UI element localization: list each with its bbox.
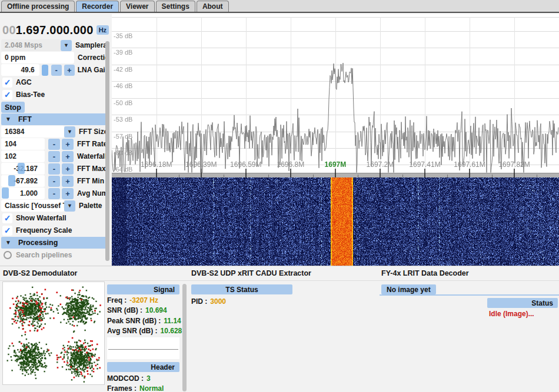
db-axis-label: -64 dB (114, 166, 132, 173)
bias-tee-checkbox[interactable]: ✓ (2, 90, 12, 100)
minus-icon: - (55, 66, 58, 75)
waterfall-display (112, 177, 559, 266)
lrit-decoder-panel-title: FY-4x LRIT Data Decoder (381, 269, 469, 277)
avg-num-input[interactable]: 1.000 (1, 187, 45, 199)
snr-history-graph (107, 337, 179, 359)
lna-gain-increment-button[interactable]: + (64, 65, 75, 76)
freq-axis-label: 1697.41M (409, 160, 440, 169)
check-icon: ✓ (4, 226, 11, 235)
fft-min-decrement-button[interactable]: - (48, 176, 60, 187)
fft-min-slider[interactable] (8, 175, 15, 186)
waterfall-rate-label: Waterfall (77, 152, 107, 160)
freq-axis-label: 1696.8M (277, 160, 304, 169)
freq-axis-label: 1696.39M (185, 160, 217, 169)
correction-input[interactable]: 0 ppm (1, 52, 74, 63)
frequency-scale-checkbox[interactable]: ✓ (2, 226, 12, 236)
avg-num-increment-button[interactable]: + (62, 188, 74, 199)
db-axis-label: -35 dB (114, 32, 132, 39)
avg-num-slider[interactable] (2, 187, 9, 199)
samplerate-select[interactable]: 2.048 Msps (1, 39, 61, 51)
avg-num-decrement-button[interactable]: - (48, 188, 60, 199)
fft-max-decrement-button[interactable]: - (48, 163, 60, 175)
fft-size-row: 16384 ▼ FFT Size (1, 126, 109, 138)
snr-value: 10.694 (145, 306, 167, 314)
lna-gain-decrement-button[interactable]: - (51, 65, 62, 76)
snr-history-line (108, 349, 178, 350)
lna-gain-input[interactable]: 49.6 (1, 64, 39, 76)
samplerate-dropdown-button[interactable]: ▼ (61, 40, 72, 51)
frequency-unit-badge[interactable]: Hz (97, 25, 109, 35)
fft-rate-decrement-button[interactable]: - (48, 139, 60, 150)
chevron-down-icon: ▼ (64, 43, 69, 48)
agc-row: ✓ AGC (1, 76, 109, 88)
waterfall-rate-input[interactable]: 102 (1, 150, 45, 162)
tab-recorder[interactable]: Recorder (76, 1, 119, 12)
minus-icon: - (53, 177, 55, 186)
frames-value: Normal (139, 384, 164, 392)
processing-section-header[interactable]: ▼ Processing (1, 237, 109, 249)
show-waterfall-checkbox[interactable]: ✓ (2, 213, 12, 223)
peak-snr-value: 11.14 (164, 317, 181, 325)
waterfall-rate-increment-button[interactable]: + (62, 151, 74, 162)
db-axis-label: -53 dB (114, 116, 132, 123)
fft-section-header[interactable]: ▼ FFT (1, 113, 109, 125)
show-waterfall-label: Show Waterfall (16, 214, 66, 222)
search-pipelines-input[interactable]: Search pipelines (1, 249, 109, 261)
tab-viewer[interactable]: Viewer (120, 1, 154, 12)
tab-about[interactable]: About (197, 1, 229, 12)
frequency-display[interactable]: 001.697.000.000 Hz (2, 22, 109, 38)
bias-tee-label: Bias-Tee (16, 91, 45, 99)
demodulator-panel-title: DVB-S2 Demodulator (3, 269, 77, 277)
pid-row: PID :3000 (191, 297, 226, 306)
check-icon: ✓ (4, 213, 11, 223)
frequency-scale-bar[interactable] (112, 173, 559, 177)
check-icon: ✓ (4, 78, 11, 87)
search-icon (4, 251, 12, 259)
fft-plot: -35 dB-39 dB-42 dB-46 dB-50 dB-53 dB-57 … (112, 14, 559, 173)
avg-num-label: Avg Num (77, 189, 108, 197)
freq-axis-label: 1697.2M (367, 160, 394, 169)
frequency-scale-label: Frequency Scale (16, 226, 72, 234)
check-icon: ✓ (4, 90, 11, 99)
palette-dropdown-button[interactable]: ▼ (64, 200, 75, 212)
freq-row: Freq :-3207 Hz (107, 296, 158, 304)
frequency-prefix: 00 (2, 24, 16, 37)
plus-icon: + (67, 66, 72, 75)
header-section-header: Header (107, 362, 179, 372)
freq-axis-label: 1696.18M (141, 160, 172, 169)
fft-max-increment-button[interactable]: + (62, 163, 74, 175)
lna-gain-slider[interactable] (42, 65, 48, 76)
agc-label: AGC (16, 78, 32, 86)
fft-max-slider[interactable] (18, 163, 25, 174)
triangle-down-icon: ▼ (5, 116, 11, 122)
panel-divider (0, 280, 559, 281)
fft-size-select[interactable]: 16384 (1, 126, 64, 138)
tab-offline-processing[interactable]: Offline processing (1, 1, 75, 12)
fft-min-input[interactable]: -67.892 (1, 175, 45, 187)
plus-icon: + (65, 152, 70, 161)
tab-no-image-yet[interactable]: No image yet (381, 284, 436, 294)
fft-size-dropdown-button[interactable]: ▼ (64, 126, 75, 138)
demodulator-scrollbar[interactable] (182, 284, 187, 391)
waterfall-rate-decrement-button[interactable]: - (48, 151, 60, 162)
status-section-header: Status (487, 298, 558, 308)
fft-rate-input[interactable]: 104 (1, 138, 45, 150)
waterfall-rate-row: 102 - + Waterfall (1, 150, 109, 162)
avg-snr-row: Avg SNR (dB) :10.628 (107, 327, 182, 335)
fft-min-increment-button[interactable]: + (62, 176, 74, 187)
minus-icon: - (53, 140, 55, 149)
snr-row: SNR (dB) :10.694 (107, 306, 167, 314)
palette-select[interactable]: Classic [Youssef T (1, 200, 64, 212)
fft-rate-increment-button[interactable]: + (62, 139, 74, 150)
idle-status-text: Idle (Image)... (489, 310, 534, 318)
plus-icon: + (65, 177, 70, 186)
chevron-down-icon: ▼ (67, 203, 72, 209)
agc-checkbox[interactable]: ✓ (2, 78, 12, 88)
stop-button[interactable]: Stop (1, 102, 25, 113)
fft-max-input[interactable]: -32.187 (1, 163, 45, 175)
signal-section-header: Signal (107, 284, 179, 294)
tab-settings[interactable]: Settings (156, 1, 195, 12)
db-axis-label: -46 dB (114, 82, 132, 89)
sidebar-scrollbar[interactable] (105, 41, 109, 261)
peak-snr-row: Peak SNR (dB) :11.14 (107, 317, 181, 325)
